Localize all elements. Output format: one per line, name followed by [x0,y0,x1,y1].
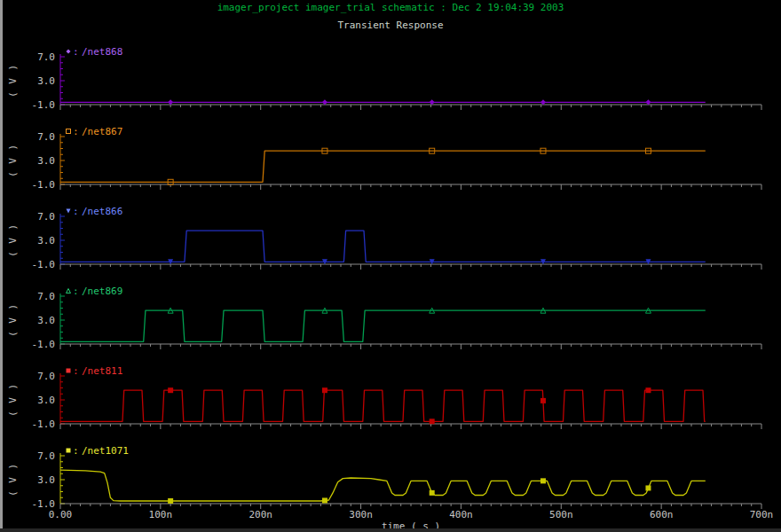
x-tick-label: 500n [549,509,573,520]
signal-label-colon: : [73,126,79,137]
trace-marker [540,99,546,105]
y-tick-label: 3.0 [37,75,55,87]
signal-label: /net868 [82,46,122,58]
y-axis-title: ( V ) [7,463,19,497]
signal-label: /net869 [82,286,122,297]
waveform-plot-area: 7.03.0-1.0( V ):/net8687.03.0-1.0( V ):/… [0,0,781,532]
trace-marker [67,129,71,134]
y-tick-label: 7.0 [37,131,55,143]
y-tick-label: 7.0 [37,51,55,63]
subplot-net866: 7.03.0-1.0( V ):/net866 [7,206,761,270]
signal-label: /net867 [82,126,122,137]
y-tick-label: 3.0 [37,155,55,167]
trace-marker [430,419,435,424]
trace-marker [168,498,173,504]
x-tick-label: 400n [449,509,473,520]
trace-marker [322,497,327,503]
trace-marker [645,387,651,393]
trace-marker [430,99,435,105]
y-tick-label: -1.0 [32,339,56,350]
signal-label-colon: : [73,286,79,297]
trace-marker [67,209,71,214]
subplot-net1071: 7.03.0-1.0( V ):/net10710.00100n200n300n… [7,445,773,532]
subplot-net867: 7.03.0-1.0( V ):/net867 [7,126,761,191]
subplot-net869: 7.03.0-1.0( V ):/net869 [7,286,761,350]
trace-marker [430,490,435,496]
window-bottom-border [0,528,781,532]
trace-marker [322,387,327,393]
signal-label-colon: : [73,445,79,457]
signal-label-colon: : [73,46,79,58]
trace-marker [540,398,546,403]
waveform-svg: 7.03.0-1.0( V ):/net8687.03.0-1.0( V ):/… [0,0,781,532]
y-tick-label: 3.0 [37,235,55,246]
trace-marker [67,449,71,453]
trace-net811 [60,390,706,421]
x-tick-label: 600n [650,509,674,520]
waveform-window: imager_project imager_trial schematic : … [0,0,781,532]
trace-marker [322,99,327,105]
x-tick-label: 0.00 [49,509,73,520]
y-tick-label: -1.0 [32,179,56,191]
signal-label: /net811 [82,365,122,377]
x-tick-label: 100n [149,509,173,520]
trace-marker [168,99,173,105]
signal-label: /net866 [82,206,122,217]
y-tick-label: -1.0 [32,419,56,430]
subplot-net868: 7.03.0-1.0( V ):/net868 [7,46,761,111]
y-tick-label: 7.0 [37,211,55,223]
y-axis-title: ( V ) [7,64,19,98]
trace-net867 [60,151,706,182]
y-tick-label: 7.0 [37,450,55,462]
trace-marker [645,485,651,490]
y-tick-label: 7.0 [37,291,55,302]
x-tick-label: 700n [750,509,774,520]
signal-label-colon: : [73,365,79,377]
trace-marker [67,369,71,373]
y-axis-title: ( V ) [7,223,19,257]
signal-label: /net1071 [82,445,129,457]
trace-marker [645,99,651,105]
y-tick-label: 3.0 [37,315,55,326]
y-tick-label: 3.0 [37,395,55,406]
trace-marker [67,50,71,54]
trace-net869 [60,310,706,341]
y-tick-label: -1.0 [32,259,56,270]
y-tick-label: 7.0 [37,371,55,382]
y-tick-label: -1.0 [32,99,56,111]
trace-net866 [60,231,706,262]
trace-net1071 [60,470,706,501]
signal-label-colon: : [73,206,79,217]
trace-marker [67,289,71,293]
x-tick-label: 200n [248,509,272,520]
trace-marker [168,387,173,393]
x-tick-label: 300n [349,509,373,520]
subplot-net811: 7.03.0-1.0( V ):/net811 [7,365,761,430]
y-axis-title: ( V ) [7,303,19,337]
y-axis-title: ( V ) [7,144,19,177]
y-tick-label: 3.0 [37,474,55,486]
y-axis-title: ( V ) [7,383,19,417]
trace-marker [540,478,546,483]
